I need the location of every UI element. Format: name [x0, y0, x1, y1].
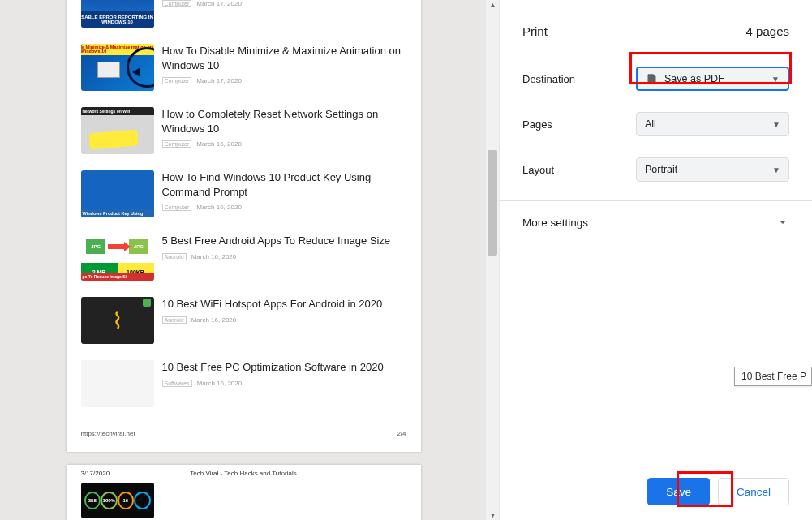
destination-label: Destination [522, 73, 636, 85]
article-thumbnail: ⌇ [81, 297, 154, 344]
print-title: Print [522, 24, 548, 38]
article-meta: Computer March 16, 2020 [162, 204, 406, 211]
article-meta: Android March 16, 2020 [162, 253, 406, 260]
article-thumbnail: 358 100% 16 [81, 483, 154, 518]
article-title: How To Disable Minimize & Maximize Anima… [162, 44, 406, 72]
page-count: 4 pages [746, 24, 789, 38]
article-thumbnail: SABLE ERROR REPORTING IN WINDOWS 10 [81, 0, 154, 28]
wifi-icon: ⌇ [112, 307, 123, 334]
preview-area[interactable]: SABLE ERROR REPORTING IN WINDOWS 10 How … [0, 0, 499, 520]
pages-label: Pages [522, 118, 636, 131]
preview-scrollbar[interactable]: ▴ ▾ [486, 0, 499, 520]
article-thumbnail: JPG JPG 2 MB 100KB ps To Reduce Image Si [81, 234, 154, 281]
article-meta: Android March 16, 2020 [162, 316, 406, 324]
scroll-thumb[interactable] [488, 150, 497, 256]
chevron-down-icon [776, 216, 789, 229]
article-title: 5 Best Free Android Apps To Reduce Image… [162, 234, 406, 248]
chevron-down-icon: ▼ [771, 75, 780, 84]
article-thumbnail: Network Settings on Win [81, 107, 154, 154]
article-title: How To Find Windows 10 Product Key Using… [162, 170, 406, 199]
tooltip: 10 Best Free P [734, 367, 812, 386]
cancel-button[interactable]: Cancel [718, 478, 789, 505]
scroll-up-arrow[interactable]: ▴ [486, 0, 499, 10]
article-thumbnail: Windows Product Key Using [81, 170, 154, 217]
article-title: 10 Best Free PC Optimization Software in… [162, 360, 406, 375]
save-button[interactable]: Save [647, 478, 710, 505]
layout-label: Layout [522, 164, 636, 176]
article-meta: Computer March 17, 2020 [162, 0, 406, 7]
article-title: 10 Best WiFi Hotspot Apps For Android in… [162, 297, 406, 312]
article-meta: Softwares March 16, 2020 [162, 380, 406, 387]
article-meta: Computer March 16, 2020 [162, 140, 406, 148]
page-footer: https://techviral.net 2/4 [81, 430, 406, 437]
chevron-down-icon: ▼ [772, 120, 780, 129]
preview-page: SABLE ERROR REPORTING IN WINDOWS 10 How … [67, 0, 421, 452]
print-settings-panel: Print 4 pages Destination Save as PDF ▼ [499, 0, 812, 520]
layout-select[interactable]: Portrait ▼ [636, 157, 789, 182]
article-title: How to Completely Reset Network Settings… [162, 107, 406, 135]
article-meta: Computer March 17, 2020 [162, 77, 406, 84]
chevron-down-icon: ▼ [772, 165, 780, 174]
article-thumbnail: le Minimize & Maximize mation on Windows… [81, 44, 154, 91]
preview-page: 3/17/2020 Tech Viral - Tech Hacks and Tu… [67, 465, 421, 520]
pages-select[interactable]: All ▼ [636, 112, 789, 136]
article-thumbnail [81, 360, 154, 407]
destination-select[interactable]: Save as PDF ▼ [636, 67, 789, 91]
more-settings-toggle[interactable]: More settings [500, 201, 812, 243]
file-icon [646, 73, 658, 85]
scroll-down-arrow[interactable]: ▾ [486, 510, 499, 520]
